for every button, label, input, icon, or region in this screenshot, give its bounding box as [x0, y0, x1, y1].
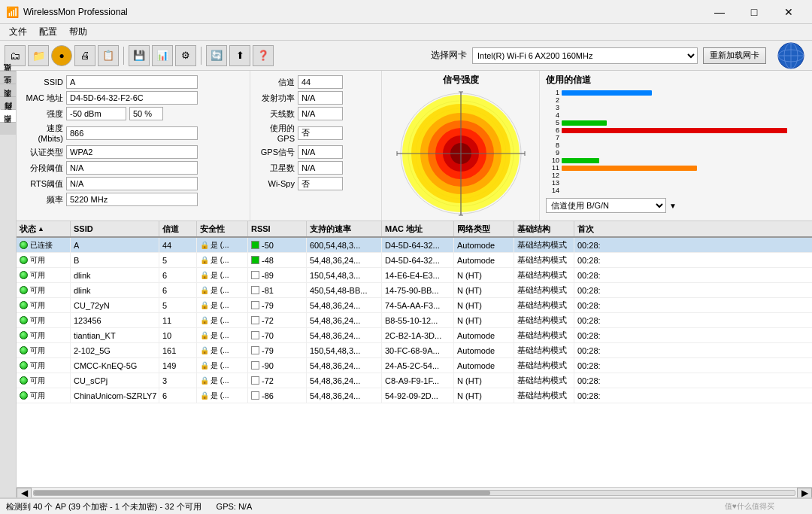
mac-value: D4-5D-64-32-F2-6C: [66, 91, 198, 105]
list-cell-security: 🔒是 (...: [197, 373, 248, 388]
toolbar-btn-5[interactable]: 📋: [98, 45, 119, 66]
speed-label: 速度 (Mbits): [20, 123, 63, 143]
list-cell-mac: 54-92-09-2D...: [382, 388, 454, 403]
side-tab-main[interactable]: 主统: [0, 84, 16, 96]
wispy-value: 否: [298, 177, 343, 190]
toolbar-separator-2: [201, 47, 201, 65]
toolbar-btn-8[interactable]: ⚙: [175, 45, 196, 66]
list-cell-infra: 基础结构模式: [514, 373, 574, 388]
side-tab-list[interactable]: 排列白: [0, 109, 16, 122]
list-cell-channel: 6: [159, 388, 197, 403]
list-row[interactable]: 可用dlink6🔒是 (...-81450,54,48-BB...14-75-9…: [17, 283, 812, 298]
list-cell-channel: 5: [159, 253, 197, 267]
lock-icon: 🔒: [200, 256, 209, 264]
list-cell-speed: 54,48,36,24...: [307, 358, 382, 373]
list-cell-first: 00:28:: [574, 343, 812, 357]
list-cell-status: 可用: [17, 343, 71, 357]
list-cell-ssid: dlink: [71, 268, 159, 282]
net-select[interactable]: Intel(R) Wi-Fi 6 AX200 160MHz: [472, 47, 698, 64]
list-cell-speed: 150,54,48,3...: [307, 343, 382, 357]
lock-icon: 🔒: [200, 301, 209, 309]
list-cell-ssid: dlink: [71, 283, 159, 297]
list-cell-speed: 600,54,48,3...: [307, 238, 382, 252]
list-cell-first: 00:28:: [574, 358, 812, 373]
col-header-nettype[interactable]: 网络类型: [454, 221, 514, 236]
channel-row: 6: [546, 127, 806, 133]
side-tab-monitor[interactable]: 图察: [0, 122, 16, 135]
channel-bar: [562, 120, 607, 126]
status-text: 检测到 40 个 AP (39 个加密 - 1 个未加密) - 32 个可用: [6, 501, 201, 512]
list-row[interactable]: 可用tiantian_KT10🔒是 (...-7054,48,36,24...2…: [17, 328, 812, 343]
minimize-button[interactable]: —: [702, 0, 737, 24]
list-body[interactable]: 已连接A44🔒是 (...-50600,54,48,3...D4-5D-64-3…: [17, 238, 812, 487]
strength-label: 强度: [20, 108, 63, 120]
col-header-rssi[interactable]: RSSI: [248, 221, 307, 236]
close-button[interactable]: ✕: [771, 0, 806, 24]
lock-icon: 🔒: [200, 361, 209, 370]
list-row[interactable]: 可用dlink6🔒是 (...-89150,54,48,3...14-E6-E4…: [17, 268, 812, 283]
h-scrollbar[interactable]: ◀ ▶: [17, 487, 812, 497]
col-header-security[interactable]: 安全性: [197, 221, 248, 236]
toolbar-btn-11[interactable]: ❓: [253, 45, 274, 66]
side-tab-overview[interactable]: 概览: [0, 71, 16, 84]
menu-item-file[interactable]: 文件: [3, 24, 33, 40]
list-cell-channel: 10: [159, 328, 197, 342]
toolbar-btn-10[interactable]: ⬆: [229, 45, 250, 66]
ssid-value: A: [66, 75, 198, 89]
col-header-status[interactable]: 状态 ▲: [17, 221, 71, 236]
col-header-speed[interactable]: 支持的速率: [307, 221, 382, 236]
channel-number: 12: [546, 172, 559, 179]
list-cell-mac: 30-FC-68-9A...: [382, 343, 454, 357]
scroll-right[interactable]: ▶: [797, 488, 812, 498]
list-row[interactable]: 可用2-102_5G161🔒是 (...-79150,54,48,3...30-…: [17, 343, 812, 358]
menu-item-config[interactable]: 配置: [33, 24, 63, 40]
list-cell-speed: 54,48,36,24...: [307, 313, 382, 327]
list-cell-speed: 54,48,36,24...: [307, 298, 382, 312]
toolbar-btn-4[interactable]: 🖨: [74, 45, 95, 66]
menu-item-help[interactable]: 帮助: [63, 24, 93, 40]
status-dot: [20, 271, 28, 279]
list-header: 状态 ▲ SSID 信道 安全性 RSSI 支持的速率 MAC 地址 网络类型 …: [17, 221, 812, 238]
menu-bar: 文件 配置 帮助: [0, 24, 812, 41]
toolbar-btn-6[interactable]: 💾: [129, 45, 150, 66]
channel-select[interactable]: 信道使用 B/G/N: [546, 198, 666, 213]
toolbar-btn-1[interactable]: 🗂: [5, 45, 26, 66]
col-header-mac[interactable]: MAC 地址: [382, 221, 454, 236]
col-header-first[interactable]: 首次: [574, 221, 812, 236]
channel-bar: [562, 158, 599, 163]
scroll-left[interactable]: ◀: [17, 488, 32, 498]
reload-btn[interactable]: 重新加载网卡: [703, 47, 766, 64]
list-cell-security: 🔒是 (...: [197, 298, 248, 312]
list-cell-status: 可用: [17, 313, 71, 327]
list-row[interactable]: 可用B5🔒是 (...-4854,48,36,24...D4-5D-64-32.…: [17, 253, 812, 268]
channel-row: 1: [546, 90, 806, 96]
list-cell-ssid: B: [71, 253, 159, 267]
toolbar-btn-2[interactable]: 📁: [28, 45, 49, 66]
col-header-ssid[interactable]: SSID: [71, 221, 159, 236]
maximize-button[interactable]: □: [737, 0, 771, 24]
col-header-infra[interactable]: 基础结构: [514, 221, 574, 236]
list-cell-infra: 基础结构模式: [514, 328, 574, 342]
list-cell-nettype: Automode: [454, 343, 514, 357]
list-row[interactable]: 可用CU_72yN5🔒是 (...-7954,48,36,24...74-5A-…: [17, 298, 812, 313]
lock-icon: 🔒: [200, 241, 209, 249]
list-row[interactable]: 可用12345611🔒是 (...-7254,48,36,24...B8-55-…: [17, 313, 812, 328]
list-row[interactable]: 可用CU_sCPj3🔒是 (...-7254,48,36,24...C8-A9-…: [17, 373, 812, 388]
side-tab-chart[interactable]: 图表: [0, 96, 16, 109]
scroll-thumb[interactable]: [34, 491, 490, 495]
list-row[interactable]: 可用ChinaUnicom-SZRLY76🔒是 (...-8654,48,36,…: [17, 388, 812, 403]
toolbar-btn-7[interactable]: 📊: [152, 45, 173, 66]
rssi-indicator: [251, 361, 259, 370]
list-cell-rssi: -79: [248, 343, 307, 357]
col-header-channel[interactable]: 信道: [159, 221, 197, 236]
list-row[interactable]: 已连接A44🔒是 (...-50600,54,48,3...D4-5D-64-3…: [17, 238, 812, 253]
list-cell-mac: B8-55-10-12...: [382, 313, 454, 327]
list-cell-speed: 150,54,48,3...: [307, 268, 382, 282]
list-row[interactable]: 可用CMCC-KnEQ-5G149🔒是 (...-9054,48,36,24..…: [17, 358, 812, 373]
list-cell-mac: 14-E6-E4-E3...: [382, 268, 454, 282]
list-cell-first: 00:28:: [574, 328, 812, 342]
list-cell-infra: 基础结构模式: [514, 283, 574, 297]
signal-title: 信号强度: [443, 74, 479, 87]
toolbar-btn-9[interactable]: 🔄: [206, 45, 227, 66]
toolbar-btn-3[interactable]: ●: [51, 45, 72, 66]
